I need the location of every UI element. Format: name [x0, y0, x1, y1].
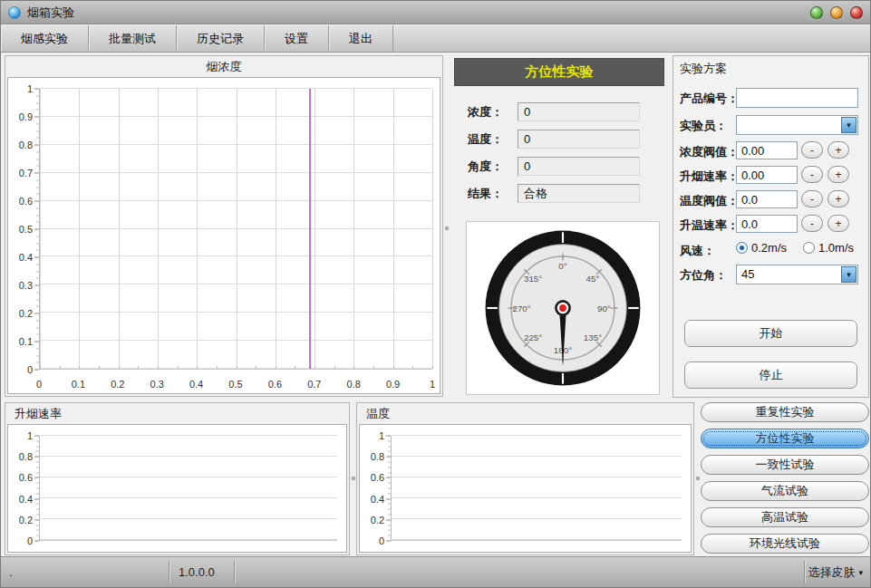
chart-xlb: 0.6: [268, 380, 282, 390]
heating-rate-label: 升温速率：: [680, 217, 739, 234]
azimuth-dropdown-button[interactable]: ▼: [841, 266, 856, 283]
chart-xmt: [99, 366, 100, 369]
test-button-repeatability[interactable]: 重复性实验: [701, 402, 869, 422]
chart-ylb: 0.8: [19, 140, 33, 150]
chart-ylb: 0.5: [19, 225, 33, 235]
window-close-button[interactable]: [850, 6, 863, 19]
test-button-orientation[interactable]: 方位性实验: [701, 429, 869, 448]
chart-ylb: 0: [27, 365, 33, 375]
chart-ylb: 0.2: [19, 309, 33, 319]
gauge-ring-tick-east: [628, 307, 639, 309]
status-divider: [234, 561, 235, 583]
select-skin-button[interactable]: 选择皮肤 ▾: [808, 557, 863, 587]
field-row-angle: 角度： 0: [468, 157, 640, 176]
chart-ylb: 0.9: [19, 112, 33, 122]
chart-ylb: 0.1: [19, 337, 33, 347]
start-button[interactable]: 开始: [684, 320, 857, 347]
chart-ylb: 0.6: [371, 473, 384, 483]
field-row-concentration: 浓度： 0: [468, 102, 640, 121]
result-value: 合格: [518, 184, 640, 203]
chart-hgrid: [40, 539, 337, 540]
chart-ylb: 1: [27, 431, 33, 441]
azimuth-combobox[interactable]: 45 ▼: [736, 265, 858, 284]
splitter-handle[interactable]: [352, 477, 355, 480]
test-button-airflow[interactable]: 气流试验: [701, 481, 869, 501]
heating-rate-plus-button[interactable]: +: [827, 215, 849, 232]
product-number-row: 产品编号：: [673, 88, 868, 108]
splitter-handle[interactable]: [445, 227, 449, 230]
gauge-label-315: 315°: [524, 274, 542, 284]
menu-item-smoke-experiment[interactable]: 烟感实验: [1, 25, 89, 52]
operator-row: 实验员： ▼: [673, 115, 868, 135]
concentration-threshold-minus-button[interactable]: -: [801, 141, 823, 159]
temperature-chart-panel: 温度 00.20.40.60.81: [356, 402, 694, 555]
chart-hgrid: [40, 477, 337, 477]
rise-chart-plot: [39, 436, 337, 541]
chart-vgrid: [315, 89, 315, 369]
chart-xmt: [295, 366, 295, 369]
heating-rate-minus-button[interactable]: -: [801, 215, 823, 232]
smoke-chart-xaxis: 00.10.20.30.40.50.60.70.80.91: [39, 375, 432, 390]
menu-item-exit[interactable]: 退出: [329, 25, 393, 52]
wind-speed-label: 风速：: [680, 243, 715, 259]
chart-xmt: [256, 366, 256, 369]
chart-xmt: [138, 366, 139, 369]
menu-item-settings[interactable]: 设置: [265, 25, 329, 52]
chart-xmt: [197, 366, 198, 369]
title-bar: 烟箱实验: [1, 1, 870, 24]
chart-ylb: 0.2: [371, 515, 384, 525]
chart-xmt: [432, 366, 433, 369]
heating-rate-row: 升温速率： - +: [673, 215, 868, 233]
temperature-threshold-label: 温度阀值：: [680, 193, 739, 209]
wind-radio-1[interactable]: 1.0m/s: [803, 241, 854, 255]
chart-xlb: 0.5: [228, 380, 242, 390]
azimuth-label: 方位角：: [680, 267, 727, 284]
smoke-rise-rate-input[interactable]: [736, 166, 798, 184]
caret-down-icon: ▾: [858, 568, 863, 577]
wind-radio-1-label: 1.0m/s: [818, 241, 854, 255]
gauge-label-270: 270°: [512, 304, 530, 313]
chart-vgrid: [237, 89, 237, 369]
operator-combobox[interactable]: ▼: [736, 115, 858, 135]
splitter-handle[interactable]: [696, 477, 700, 480]
concentration-threshold-input[interactable]: [736, 141, 798, 159]
temperature-threshold-plus-button[interactable]: +: [827, 190, 849, 207]
smoke-rise-rate-plus-button[interactable]: +: [827, 166, 849, 183]
orientation-panel-title: 方位性实验: [454, 58, 664, 86]
temperature-threshold-minus-button[interactable]: -: [801, 190, 823, 207]
menu-item-batch-test[interactable]: 批量测试: [89, 25, 177, 52]
radio-icon: [736, 242, 748, 254]
concentration-threshold-plus-button[interactable]: +: [827, 141, 849, 159]
status-left-text: .: [9, 557, 13, 587]
window-maximize-button[interactable]: [830, 6, 843, 19]
temperature-threshold-input[interactable]: [736, 190, 798, 208]
operator-dropdown-button[interactable]: ▼: [841, 117, 856, 133]
chart-xlb: 0.8: [347, 380, 361, 390]
experiment-plan-panel: 实验方案 产品编号： 实验员： ▼ 浓度阀值： - + 升烟速率： - +: [673, 55, 869, 398]
concentration-label: 浓度：: [468, 104, 518, 120]
smoke-rise-rate-minus-button[interactable]: -: [801, 166, 823, 183]
gauge-label-135: 135°: [584, 333, 602, 342]
menu-item-history[interactable]: 历史记录: [177, 25, 265, 52]
azimuth-combobox-value: 45: [741, 267, 754, 281]
chart-xlb: 1: [430, 380, 435, 390]
chart-vgrid: [276, 89, 276, 369]
window-minimize-button[interactable]: [810, 6, 823, 19]
product-number-input[interactable]: [736, 88, 858, 108]
chart-vgrid: [432, 89, 433, 369]
test-button-high-temperature[interactable]: 高温试验: [701, 507, 869, 527]
stop-button[interactable]: 停止: [684, 361, 857, 389]
chart-vgrid: [353, 89, 354, 369]
chart-hgrid: [392, 539, 682, 540]
wind-radio-0[interactable]: 0.2m/s: [736, 241, 787, 255]
temperature-threshold-row: 温度阀值： - +: [673, 190, 868, 208]
heating-rate-input[interactable]: [736, 215, 798, 233]
chevron-down-icon: ▼: [846, 121, 853, 130]
concentration-threshold-label: 浓度阀值：: [680, 144, 739, 160]
status-version: 1.0.0.0: [179, 557, 215, 587]
chart-ylb: 0.4: [371, 494, 384, 504]
temp-chart-yaxis: 00.20.40.60.81: [360, 436, 391, 541]
test-button-consistency[interactable]: 一致性试验: [701, 455, 869, 475]
chart-xmt: [373, 366, 374, 369]
test-button-ambient-light[interactable]: 环境光线试验: [701, 534, 869, 554]
